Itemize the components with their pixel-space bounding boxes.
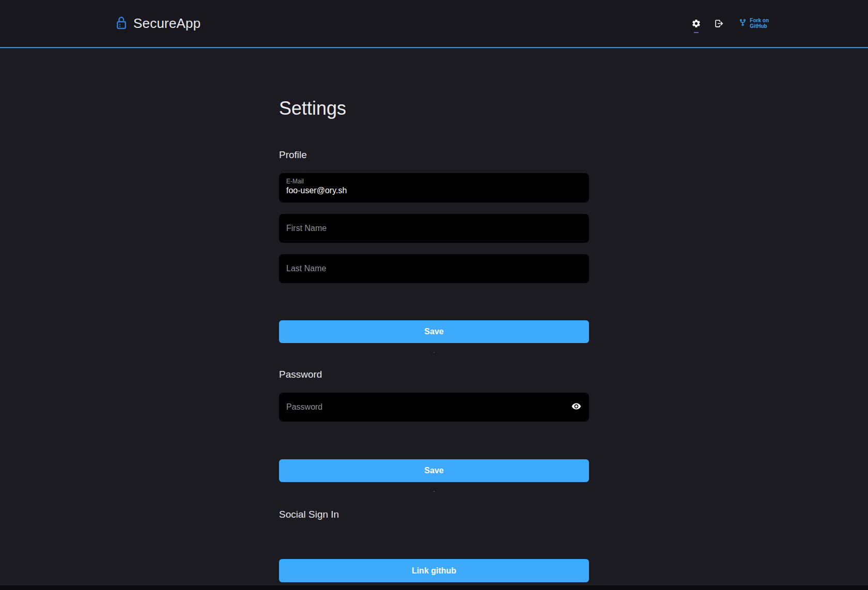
- settings-button[interactable]: [689, 17, 703, 30]
- fork-link-line2: GitHub: [750, 23, 767, 29]
- section-divider-dot: .: [279, 488, 589, 492]
- email-field[interactable]: E-Mail: [279, 173, 589, 203]
- fork-link-line1: Fork on: [750, 18, 769, 23]
- app-logo: SecureApp: [115, 15, 200, 32]
- email-input[interactable]: [286, 185, 582, 196]
- git-fork-icon: [739, 18, 747, 29]
- logout-button[interactable]: [712, 17, 726, 30]
- password-field[interactable]: [279, 393, 589, 422]
- app-title: SecureApp: [133, 15, 200, 32]
- fork-link-text: Fork on GitHub: [750, 18, 769, 29]
- first-name-input[interactable]: [279, 214, 589, 243]
- toggle-password-visibility-button[interactable]: [570, 400, 582, 414]
- last-name-input[interactable]: [279, 254, 589, 283]
- bottom-edge-strip: [0, 585, 868, 590]
- gear-icon: [691, 19, 701, 28]
- first-name-field[interactable]: [279, 214, 589, 243]
- link-github-button[interactable]: Link github: [279, 559, 589, 582]
- social-section-heading: Social Sign In: [279, 508, 589, 520]
- section-divider-dot: .: [279, 349, 589, 353]
- page-title: Settings: [279, 97, 589, 119]
- profile-save-button[interactable]: Save: [279, 320, 589, 343]
- eye-icon: [571, 401, 581, 413]
- password-input[interactable]: [279, 393, 589, 422]
- header: SecureApp: [0, 0, 868, 48]
- email-field-label: E-Mail: [286, 178, 582, 185]
- last-name-field[interactable]: [279, 254, 589, 283]
- password-section-heading: Password: [279, 368, 589, 380]
- settings-page: Settings Profile E-Mail Save . Password …: [279, 97, 589, 582]
- logout-icon: [714, 19, 724, 28]
- lock-icon: [115, 18, 128, 29]
- password-save-button[interactable]: Save: [279, 459, 589, 482]
- header-actions: Fork on GitHub: [689, 17, 769, 30]
- fork-on-github-link[interactable]: Fork on GitHub: [739, 18, 769, 29]
- gear-underline-indicator: [694, 32, 699, 33]
- profile-section-heading: Profile: [279, 149, 589, 161]
